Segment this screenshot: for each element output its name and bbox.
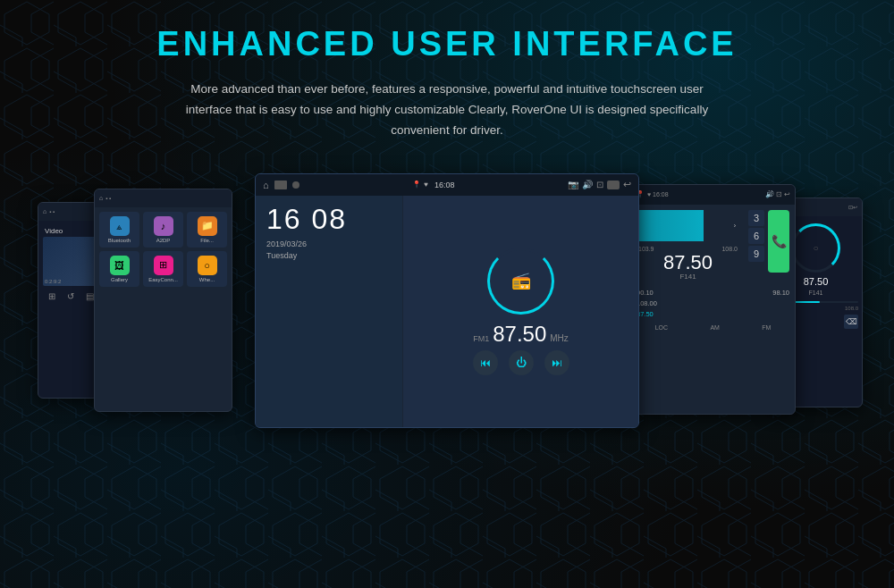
r1-station-list: 90.10 98.10 108.00 87.50: [631, 286, 795, 322]
screen-left-2-grid: ⟁ Bluetooth ♪ A2DP 📁 File... 🖼 Gallery ⊞: [95, 207, 232, 291]
r1-call-button[interactable]: 📞: [768, 210, 789, 273]
l2-app-wheel[interactable]: ○ Whe...: [187, 251, 227, 287]
gallery-icon: 🖼: [110, 256, 130, 275]
station-freq-2: 108.00: [637, 299, 657, 307]
header-volume-icon[interactable]: 🔊: [582, 180, 593, 189]
easyconn-icon: ⊞: [154, 256, 173, 275]
radio-section: 📻 FM1 87.50 MHz ⏮ ⏻ ⏭: [403, 196, 638, 427]
r1-freq-bar: ›: [637, 210, 739, 241]
screen-right-1-body: › 103.9 108.0 87.50 F141 3 6 9: [631, 205, 795, 286]
am-label: AM: [710, 324, 720, 331]
l2-app-gallery[interactable]: 🖼 Gallery: [99, 251, 139, 287]
r1-freq-display: › 103.9 108.0 87.50 F141: [637, 210, 739, 281]
screen-left-2-header: ⌂ ▪ ▪: [95, 189, 232, 207]
fm-display: FM1 87.50 MHz: [473, 322, 569, 347]
station-row-3: 87.50: [635, 309, 791, 320]
r2-freq-max: 108.0: [845, 306, 858, 311]
l2-app-bluetooth[interactable]: ⟁ Bluetooth: [99, 212, 139, 248]
main-screen-header: ⌂ 📍 ♥ 16:08 📷 🔊 ⊡ ↩: [256, 174, 638, 196]
l2-label-bluetooth: Bluetooth: [108, 238, 131, 243]
date-display: 2019/03/26 Tuesday: [266, 239, 392, 263]
page-title: ENHANCED USER INTERFACE: [156, 25, 737, 63]
station-extra-1: 98.10: [772, 289, 789, 297]
l2-label-easyconn: EasyConn...: [148, 277, 178, 282]
header-icon-1: [274, 181, 287, 189]
r1-loc-row: LOC AM FM: [631, 322, 795, 333]
r1-num-6[interactable]: 6: [748, 228, 764, 244]
freq-max: 108.0: [721, 246, 738, 252]
loc-label: LOC: [655, 324, 668, 331]
main-time-panel: 16 08 2019/03/26 Tuesday: [256, 196, 403, 427]
l2-label-a2dp: A2DP: [156, 238, 171, 243]
l2-app-a2dp[interactable]: ♪ A2DP: [143, 212, 183, 248]
r1-frequency-label: F141: [637, 273, 739, 281]
main-header-right: 📷 🔊 ⊡ ↩: [568, 179, 631, 190]
file-icon: 📁: [198, 216, 217, 236]
screen-left-2: ⌂ ▪ ▪ ⟁ Bluetooth ♪ A2DP 📁 File... 🖼: [94, 189, 232, 412]
station-row-2: 108.00: [635, 298, 791, 309]
header-back-icon[interactable]: ↩: [623, 179, 631, 190]
screen-right-1: 📍 ♥ 16:08 🔊 ⊡ ↩ › 103.9 108.0 87.50 F141: [630, 184, 796, 415]
radio-prev-btn[interactable]: ⏮: [473, 350, 498, 375]
main-screen-body: 16 08 2019/03/26 Tuesday 📻 FM1 87.50 MHz: [256, 196, 638, 427]
radio-icon: 📻: [511, 271, 531, 290]
l2-app-easyconn[interactable]: ⊞ EasyConn...: [143, 251, 183, 287]
freq-bar-fill: [637, 210, 704, 241]
date-line2: Tuesday: [266, 250, 392, 263]
radio-controls: ⏮ ⏻ ⏭: [473, 350, 569, 375]
freq-min: 103.9: [638, 246, 654, 252]
bluetooth-icon: ⟁: [110, 216, 130, 236]
date-line1: 2019/03/26: [266, 239, 392, 251]
header-screen-icon[interactable]: ⊡: [596, 180, 603, 189]
l2-label-gallery: Gallery: [111, 277, 128, 282]
r1-num-9[interactable]: 9: [748, 246, 764, 262]
main-header-left: ⌂: [263, 180, 299, 190]
l2-label-wheel: Whe...: [199, 277, 215, 282]
a2dp-icon: ♪: [154, 216, 173, 236]
r2-radio-dial: ○: [791, 223, 840, 273]
fm-label: FM1: [473, 334, 489, 343]
l2-label-file: File...: [200, 238, 214, 243]
screen-right-1-header: 📍 ♥ 16:08 🔊 ⊡ ↩: [631, 185, 795, 205]
station-row-1: 90.10 98.10: [635, 288, 791, 298]
screens-area: ⌂ ▪ ▪ Video 0:2:9:2 ⊞ ↺ ▤ ⌂ ▪ ▪: [18, 166, 876, 434]
screen-main: ⌂ 📍 ♥ 16:08 📷 🔊 ⊡ ↩: [255, 173, 639, 428]
page-content: ENHANCED USER INTERFACE More advanced th…: [0, 0, 894, 434]
fm-unit: MHz: [550, 333, 569, 343]
r1-frequency-number: 87.50: [637, 253, 739, 273]
r2-del-btn[interactable]: ⌫: [844, 315, 858, 329]
radio-circle: 📻: [487, 248, 554, 315]
header-icon-2: [292, 181, 299, 189]
fm-frequency: 87.50: [493, 322, 546, 347]
page-subtitle: More advanced than ever before, features…: [170, 80, 724, 141]
radio-next-btn[interactable]: ⏭: [544, 350, 569, 375]
r1-num-3[interactable]: 3: [748, 210, 764, 226]
time-display: 16 08: [266, 205, 392, 233]
l2-app-file[interactable]: 📁 File...: [187, 212, 227, 248]
radio-power-btn[interactable]: ⏻: [509, 350, 534, 375]
wheel-icon: ○: [198, 256, 217, 275]
fm-label-r1: FM: [762, 324, 771, 331]
header-menu-icon[interactable]: [607, 181, 620, 189]
r1-num-buttons: 3 6 9: [748, 210, 764, 262]
video-thumbnail: 0:2:9:2: [43, 237, 99, 286]
header-time-display: 16:08: [434, 181, 455, 189]
header-camera-icon[interactable]: 📷: [568, 180, 578, 189]
